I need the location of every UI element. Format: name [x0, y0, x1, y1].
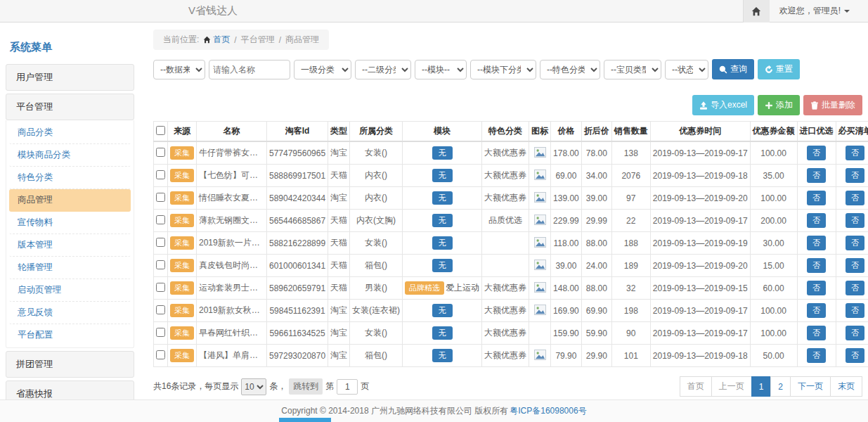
must-buy-toggle[interactable]: 否 — [846, 191, 864, 205]
must-buy-toggle[interactable]: 否 — [846, 258, 864, 273]
product-name: 早春网红针织外套女春... — [197, 322, 267, 345]
sidebar-sub-item[interactable]: 平台配置 — [9, 324, 131, 346]
name-search-input[interactable] — [209, 60, 290, 79]
reset-button[interactable]: 重置 — [758, 59, 800, 79]
filter-select[interactable]: --宝贝类型-- — [604, 60, 661, 79]
breadcrumb-home-link[interactable]: 首页 — [203, 34, 230, 46]
product-image-icon — [534, 352, 546, 362]
add-button[interactable]: 添加 — [758, 95, 800, 115]
taoke-id: 589042420344 — [267, 187, 328, 210]
user-menu[interactable]: 欢迎您，管理员! — [779, 5, 850, 17]
taoke-id: 598451162391 — [267, 300, 328, 322]
batch-delete-button[interactable]: 批量删除 — [803, 95, 862, 115]
per-page-select[interactable]: 10 — [241, 378, 266, 395]
row-checkbox[interactable] — [156, 305, 165, 314]
taoke-id: 588869917501 — [267, 165, 328, 187]
sales-count: 101 — [611, 345, 650, 367]
product-image-icon — [534, 217, 546, 227]
product-name: 【七色纺】可爱纯棉家... — [197, 165, 267, 187]
page-button[interactable]: 1 — [751, 376, 772, 397]
page-button[interactable]: 上一页 — [711, 376, 752, 397]
table-row: 采集 薄款无钢圈文胸聚拢性... 565446685867 天猫 内衣(文胸) … — [154, 210, 868, 232]
price: 69.00 — [551, 165, 582, 187]
row-checkbox[interactable] — [156, 148, 165, 157]
must-buy-toggle[interactable]: 否 — [846, 146, 864, 160]
filter-select[interactable]: --数据来源-- — [153, 60, 205, 79]
price: 169.90 — [551, 300, 582, 322]
import-select-toggle[interactable]: 否 — [807, 213, 826, 228]
filter-select[interactable]: --状态-- — [665, 60, 708, 79]
sidebar-sub-item[interactable]: 模块商品分类 — [9, 144, 131, 167]
sidebar-sub-item[interactable]: 意见反馈 — [9, 302, 131, 324]
row-checkbox[interactable] — [156, 215, 165, 224]
import-select-toggle[interactable]: 否 — [807, 146, 826, 160]
sidebar-sub-item[interactable]: 启动页管理 — [9, 279, 131, 302]
module-badge: 无 — [432, 146, 453, 160]
row-checkbox[interactable] — [156, 283, 165, 292]
shop-type: 淘宝 — [328, 141, 350, 165]
search-button[interactable]: 查询 — [712, 59, 754, 79]
import-select-toggle[interactable]: 否 — [807, 303, 826, 318]
product-image-icon — [534, 262, 546, 272]
column-header: 图标 — [529, 122, 551, 142]
trash-icon — [810, 101, 819, 110]
filter-select[interactable]: --模块下分类-- — [470, 60, 536, 79]
row-checkbox[interactable] — [156, 238, 165, 247]
page-button[interactable]: 下一页 — [790, 376, 831, 397]
must-buy-toggle[interactable]: 否 — [846, 348, 864, 363]
module-badge: 无 — [432, 236, 453, 250]
row-checkbox[interactable] — [156, 350, 165, 359]
jump-page-input[interactable] — [337, 379, 358, 395]
import-select-toggle[interactable]: 否 — [807, 168, 826, 183]
sidebar-group-item[interactable]: 用户管理 — [6, 64, 134, 91]
jump-button[interactable]: 跳转到 — [289, 378, 323, 395]
filter-select[interactable]: --模块-- — [415, 60, 467, 79]
column-header: 优惠券时间 — [650, 122, 750, 142]
sidebar-group-item[interactable]: 拼团管理 — [6, 351, 134, 378]
page-button[interactable]: 首页 — [680, 376, 712, 397]
import-select-toggle[interactable]: 否 — [807, 258, 826, 273]
column-header: 价格 — [551, 122, 582, 142]
filter-select[interactable]: --二级分类-- — [355, 60, 411, 79]
page-button[interactable]: 2 — [770, 376, 791, 397]
sidebar-sub-item[interactable]: 宣传物料 — [9, 212, 131, 234]
must-buy-toggle[interactable]: 否 — [846, 168, 864, 183]
home-button[interactable] — [743, 0, 770, 23]
must-buy-toggle[interactable]: 否 — [846, 326, 864, 340]
filter-select[interactable]: 一级分类 — [294, 60, 351, 79]
shop-type: 淘宝 — [328, 345, 350, 367]
price: 159.90 — [551, 322, 582, 345]
sidebar-sub-item[interactable]: 商品分类 — [9, 122, 131, 144]
must-buy-toggle[interactable]: 否 — [846, 236, 864, 250]
row-checkbox[interactable] — [156, 260, 165, 269]
coupon-time: 2019-09-13—2019-09-17 — [650, 141, 750, 165]
row-checkbox[interactable] — [156, 193, 165, 202]
discounted-price: 39.00 — [581, 187, 611, 210]
topbar: V省钱达人 欢迎您，管理员! — [0, 0, 868, 23]
filter-select[interactable]: --特色分类-- — [540, 60, 600, 79]
icp-link[interactable]: 粤ICP备16098006号 — [510, 405, 586, 417]
sidebar-sub-item[interactable]: 特色分类 — [9, 167, 131, 189]
import-select-toggle[interactable]: 否 — [807, 281, 826, 295]
must-buy-toggle[interactable]: 否 — [846, 281, 864, 295]
home-icon — [203, 36, 211, 44]
select-all-checkbox[interactable] — [156, 126, 165, 135]
import-select-toggle[interactable]: 否 — [807, 326, 826, 340]
import-select-toggle[interactable]: 否 — [807, 191, 826, 205]
sales-count: 90 — [611, 322, 650, 345]
sidebar-sub-item[interactable]: 轮播管理 — [9, 257, 131, 279]
sidebar-sub-item[interactable]: 版本管理 — [9, 234, 131, 257]
row-checkbox[interactable] — [156, 328, 165, 337]
import-excel-button[interactable]: 导入excel — [692, 95, 754, 115]
must-buy-toggle[interactable]: 否 — [846, 303, 864, 318]
sidebar-group-item[interactable]: 平台管理 — [6, 94, 134, 120]
import-select-toggle[interactable]: 否 — [807, 348, 826, 363]
must-buy-toggle[interactable]: 否 — [846, 213, 864, 228]
sidebar-sub-item[interactable]: 商品管理 — [9, 189, 131, 212]
row-checkbox[interactable] — [156, 170, 165, 179]
taoke-id: 601000601341 — [267, 255, 328, 277]
price: 229.99 — [551, 210, 582, 232]
taoke-id: 565446685867 — [267, 210, 328, 232]
import-select-toggle[interactable]: 否 — [807, 236, 826, 250]
page-button[interactable]: 末页 — [830, 376, 862, 397]
